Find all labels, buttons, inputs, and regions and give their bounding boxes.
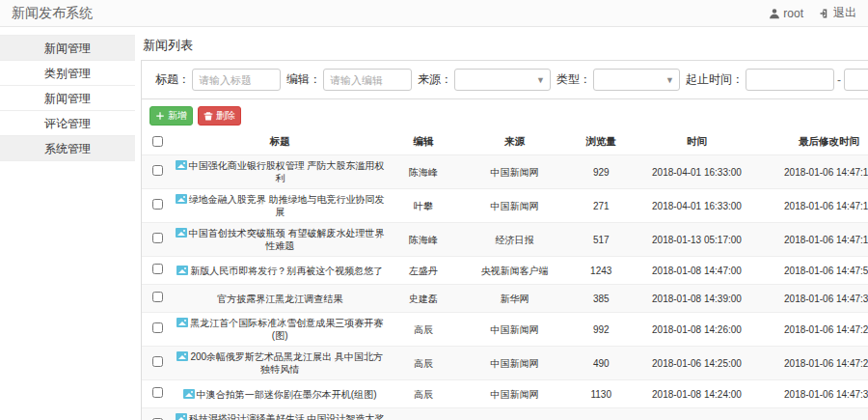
news-title: 200余幅俄罗斯艺术品黑龙江展出 具中国北方独特风情 — [190, 351, 382, 375]
col-title: 标题 — [173, 129, 387, 155]
news-title: 黑龙江首个国际标准冰雪创意成果三项赛开赛(图) — [190, 318, 383, 341]
news-time: 2018-01-06 14:22:00 — [633, 408, 760, 420]
image-icon — [176, 266, 188, 275]
image-icon — [176, 160, 187, 170]
news-modified: 2018-01-06 14:47:13 — [761, 223, 868, 257]
table-row: 科技混搭设计演绎美好生活 中国设计智造大奖展举行 左盛丹 中国新闻网 479 2… — [142, 408, 868, 420]
news-title: 科技混搭设计演绎美好生活 中国设计智造大奖展举行 — [189, 413, 385, 420]
news-time: 2018-01-08 14:39:00 — [633, 285, 760, 313]
news-title-cell: 黑龙江首个国际标准冰雪创意成果三项赛开赛(图) — [173, 313, 387, 347]
news-editor: 叶攀 — [387, 189, 460, 223]
row-checkbox[interactable] — [152, 199, 163, 210]
row-checkbox[interactable] — [152, 292, 163, 302]
logout-icon — [819, 8, 830, 19]
page-title: 新闻列表 — [141, 35, 868, 60]
main-content: 新闻列表 标题： 编辑： 来源： ▼ 类型： ▼ 起止时间： - 搜索 — [135, 27, 868, 420]
user-menu[interactable]: root — [769, 7, 803, 20]
filter-bar: 标题： 编辑： 来源： ▼ 类型： ▼ 起止时间： - 搜索 重置 — [142, 61, 868, 99]
news-table-body: 中国强化商业银行股权管理 严防大股东滥用权利 陈海峰 中国新闻网 929 201… — [142, 155, 868, 420]
username: root — [783, 7, 803, 20]
news-title-cell: 中澳合拍第一部迷你剧在墨尔本开机(组图) — [173, 380, 387, 408]
table-row: 绿地金融入股竞界 助推绿地与电竞行业协同发展 叶攀 中国新闻网 271 2018… — [142, 189, 868, 223]
select-all-checkbox[interactable] — [152, 136, 163, 147]
filter-type-label: 类型： — [556, 71, 591, 88]
top-navbar: 新闻发布系统 root 退出 — [0, 0, 868, 27]
news-views: 271 — [569, 189, 633, 223]
news-source: 经济日报 — [460, 223, 569, 257]
news-modified: 2018-01-06 14:47:32 — [761, 408, 868, 420]
news-title-cell: 中国首创技术突破瓶颈 有望破解废水处理世界性难题 — [173, 223, 387, 257]
news-source: 央视新闻客户端 — [460, 257, 569, 285]
chevron-down-icon: ▼ — [536, 75, 545, 85]
image-icon — [176, 318, 188, 327]
news-table: 标题 编辑 来源 浏览量 时间 最后修改时间 类型 操作 中国强化商业银行股权管… — [142, 129, 868, 420]
filter-title-label: 标题： — [155, 71, 190, 88]
filter-type-select[interactable]: ▼ — [593, 69, 680, 91]
table-header-row: 标题 编辑 来源 浏览量 时间 最后修改时间 类型 操作 — [142, 129, 868, 155]
user-icon — [769, 8, 780, 19]
news-time: 2018-04-01 16:33:00 — [633, 155, 760, 189]
logout-button[interactable]: 退出 — [819, 5, 856, 21]
filter-title-input[interactable] — [192, 69, 281, 91]
filter-time-start-input[interactable] — [746, 69, 834, 91]
sidebar-item-4[interactable]: 系统管理 — [0, 136, 135, 161]
logout-label: 退出 — [833, 5, 856, 21]
news-views: 929 — [569, 155, 633, 189]
news-modified: 2018-01-06 14:47:14 — [761, 189, 868, 223]
news-views: 1243 — [569, 257, 633, 285]
filter-editor-input[interactable] — [323, 69, 412, 91]
col-views: 浏览量 — [569, 129, 633, 155]
news-time: 2018-01-08 14:26:00 — [633, 313, 760, 347]
col-editor: 编辑 — [387, 129, 460, 155]
sidebar-menu: 新闻管理类别管理新闻管理评论管理系统管理 — [0, 35, 135, 161]
row-checkbox[interactable] — [152, 322, 163, 333]
news-title: 绿地金融入股竞界 助推绿地与电竞行业协同发展 — [189, 194, 385, 217]
news-editor: 左盛丹 — [387, 257, 460, 285]
news-time: 2018-04-01 16:33:00 — [633, 189, 760, 223]
plus-icon — [155, 111, 165, 121]
table-row: 新版人民币即将发行？别再被这个视频忽悠了 左盛丹 央视新闻客户端 1243 20… — [142, 257, 868, 285]
news-modified: 2018-01-06 14:47:13 — [761, 155, 868, 189]
row-checkbox[interactable] — [152, 233, 163, 243]
image-icon — [176, 228, 187, 238]
add-button[interactable]: 新增 — [149, 106, 193, 126]
row-checkbox[interactable] — [152, 387, 163, 398]
news-views: 385 — [569, 285, 633, 313]
news-title: 新版人民币即将发行？别再被这个视频忽悠了 — [190, 266, 383, 276]
filter-source-select[interactable]: ▼ — [454, 69, 551, 91]
row-checkbox[interactable] — [152, 165, 163, 176]
sidebar-item-3[interactable]: 评论管理 — [0, 111, 135, 136]
news-title: 中澳合拍第一部迷你剧在墨尔本开机(组图) — [197, 389, 377, 400]
row-checkbox[interactable] — [152, 264, 163, 274]
news-editor: 陈海峰 — [387, 223, 460, 257]
filter-time-label: 起止时间： — [686, 71, 744, 88]
app-title: 新闻发布系统 — [12, 5, 93, 22]
news-source: 中国新闻网 — [460, 347, 569, 380]
sidebar: 新闻管理类别管理新闻管理评论管理系统管理 — [0, 27, 135, 161]
filter-source-label: 来源： — [418, 71, 452, 88]
sidebar-item-1[interactable]: 类别管理 — [0, 61, 135, 86]
filter-time-end-input[interactable] — [844, 69, 868, 91]
delete-button[interactable]: 删除 — [198, 106, 241, 126]
table-row: 中澳合拍第一部迷你剧在墨尔本开机(组图) 高辰 中国新闻网 1130 2018-… — [142, 380, 868, 408]
time-range-separator: - — [837, 73, 841, 87]
news-modified: 2018-01-06 14:47:31 — [761, 285, 868, 313]
news-title-cell: 新版人民币即将发行？别再被这个视频忽悠了 — [173, 257, 387, 285]
news-title: 中国首创技术突破瓶颈 有望破解废水处理世界性难题 — [189, 228, 385, 251]
news-editor: 史建磊 — [387, 285, 460, 313]
news-modified: 2018-01-06 14:47:33 — [761, 380, 868, 408]
news-time: 2018-01-06 14:25:00 — [633, 347, 760, 380]
news-editor: 高辰 — [387, 313, 460, 347]
col-modified: 最后修改时间 — [761, 129, 868, 155]
news-title-cell: 官方披露界江黑龙江调查结果 — [173, 285, 387, 313]
row-checkbox[interactable] — [152, 356, 163, 367]
sidebar-item-2[interactable]: 新闻管理 — [0, 86, 135, 111]
chevron-down-icon: ▼ — [665, 75, 674, 85]
news-title: 官方披露界江黑龙江调查结果 — [217, 294, 342, 304]
news-source: 中国新闻网 — [460, 189, 569, 223]
filter-editor-label: 编辑： — [286, 71, 321, 88]
table-row: 官方披露界江黑龙江调查结果 史建磊 新华网 385 2018-01-08 14:… — [142, 285, 868, 313]
sidebar-item-0[interactable]: 新闻管理 — [0, 36, 135, 61]
news-source: 中国新闻网 — [460, 408, 569, 420]
image-icon — [183, 389, 195, 399]
